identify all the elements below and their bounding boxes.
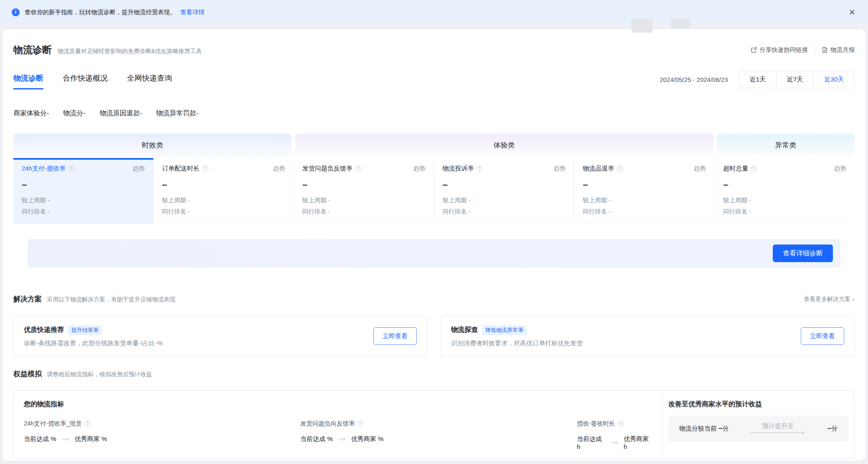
view-detailed-diagnosis-button[interactable]: 查看详细诊断 — [773, 245, 833, 262]
metric-peer-rank: 同行排名 - — [583, 208, 706, 216]
metric-prev-period: 较上周期 - — [22, 196, 145, 204]
tab-network-courier-query[interactable]: 全网快递查询 — [127, 73, 172, 89]
help-icon[interactable]: ? — [751, 166, 757, 172]
benefit-current-score: 物流分较当前 –分 — [679, 424, 729, 433]
metric-peer-rank: 同行排名 - — [22, 208, 145, 216]
indicator-current: 当前达成 % — [300, 435, 333, 443]
indicator-best: 优秀商家 % — [351, 435, 384, 443]
metric-value: – — [22, 179, 145, 190]
category-header-row: 时效类 体验类 异常类 — [13, 134, 855, 156]
page-subtitle: 物流质量对店铺经营影响的免费诊断&优化策略推荐工具 — [58, 48, 202, 55]
view-now-button[interactable]: 立即查看 — [373, 327, 417, 345]
score-summary-row: 商家体验分- 物流分- 物流原因退款- 物流异常罚款- — [13, 109, 855, 118]
metric-card-delivery-duration[interactable]: 订单配送时长 ? 趋势 – 较上周期 - 同行排名 - — [153, 158, 294, 224]
monthly-report-label: 物流月报 — [830, 46, 855, 54]
trend-link[interactable]: 趋势 — [133, 165, 145, 173]
metric-card-24h-pickup-rate[interactable]: 24h支付-揽收率 ? 趋势 – 较上周期 - 同行排名 - — [13, 158, 153, 224]
tabs: 物流诊断 合作快递概况 全网快递查询 — [13, 73, 191, 89]
share-courier-link[interactable]: 分享快递协同链接 — [751, 46, 808, 54]
banner-detail-link[interactable]: 查看详情 — [180, 8, 205, 16]
metric-card-shipping-negative-feedback[interactable]: 发货问题负反馈率 ? 趋势 – 较上周期 - 同行排名 - — [294, 158, 434, 224]
solution-tag: 提升结算率 — [68, 325, 102, 335]
solution-title: 物流探查 — [451, 326, 478, 334]
tab-logistics-diagnosis[interactable]: 物流诊断 — [13, 73, 43, 89]
indicator-label: 发货问题负向反馈率 — [300, 420, 355, 428]
category-experience: 体验类 — [295, 134, 713, 156]
range-30day-button[interactable]: 近30天 — [813, 71, 854, 88]
solution-desc: 诊断-条线路需改善，此部分线路发货单量-/占比-% — [24, 339, 163, 347]
trend-link[interactable]: 趋势 — [694, 165, 706, 173]
solutions-subtitle: 采用以下物流解决方案，有助于提升店铺物流表现 — [47, 296, 175, 303]
more-solutions-label: 查看更多解决方案 — [804, 296, 850, 303]
indicators-panel-title: 您的物流指标 — [24, 400, 652, 409]
metric-value: – — [723, 179, 846, 190]
help-icon[interactable]: ? — [84, 421, 91, 427]
metric-value: – — [162, 179, 285, 190]
solution-tag: 降低物流异常率 — [482, 325, 527, 335]
help-icon[interactable]: ? — [202, 166, 208, 172]
metric-peer-rank: 同行排名 - — [723, 208, 846, 216]
trend-link[interactable]: 趋势 — [413, 165, 425, 173]
solution-card-courier-recommend: 优质快递推荐 提升结算率 诊断-条线路需改善，此部分线路发货单量-/占比-% 立… — [13, 316, 427, 357]
solutions-title: 解决方案 — [13, 294, 42, 304]
monthly-report-link[interactable]: 物流月报 — [822, 46, 855, 54]
score-merchant-experience: 商家体验分- — [13, 109, 49, 118]
metric-label: 物流投诉率 — [442, 165, 474, 173]
help-icon[interactable]: ? — [618, 421, 624, 427]
metric-value: – — [442, 179, 566, 190]
score-logistics: 物流分- — [63, 109, 85, 118]
close-icon[interactable]: ✕ — [849, 8, 855, 16]
metric-peer-rank: 同行排名 - — [442, 208, 566, 216]
metric-label: 物流品退率 — [583, 165, 614, 173]
metric-card-overtime-total[interactable]: 超时总量 ? 趋势 – 较上周期 - 同行排名 - — [714, 158, 855, 224]
document-icon — [822, 47, 828, 53]
info-icon: i — [12, 8, 20, 16]
page-header: 物流诊断 物流质量对店铺经营影响的免费诊断&优化策略推荐工具 分享快递协同链接 … — [13, 43, 855, 56]
simulation-title: 权益模拟 — [13, 369, 42, 379]
main-panel: 物流诊断 物流质量对店铺经营影响的免费诊断&优化策略推荐工具 分享快递协同链接 … — [3, 29, 865, 461]
arrow-right-icon — [61, 437, 70, 441]
simulation-header: 权益模拟 调整相应物流指标，模拟改善后预计收益 — [13, 369, 855, 379]
date-range[interactable]: 2024/05/25 - 2024/06/23 — [660, 76, 728, 83]
help-icon[interactable]: ? — [358, 421, 364, 427]
benefit-expected-rise: 预计提升至 — [749, 422, 807, 435]
trend-link[interactable]: 趋势 — [834, 165, 846, 173]
logistics-diagnosis-page: i 查收你的新手指南，玩转物流诊断，提升物流经营表现。 查看详情 ✕ 物流诊断 … — [0, 0, 868, 464]
metric-card-logistics-return-rate[interactable]: 物流品退率 ? 趋势 – 较上周期 - 同行排名 - — [574, 158, 714, 224]
solution-card-logistics-probe: 物流探查 降低物流异常率 识别消费者时效要求，对高优订单打标优先发货 立即查看 — [441, 316, 855, 357]
metric-card-logistics-complaint-rate[interactable]: 物流投诉率 ? 趋势 – 较上周期 - 同行排名 - — [434, 158, 574, 224]
help-icon[interactable]: ? — [476, 166, 482, 172]
date-filter: 2024/05/25 - 2024/06/23 近1天 近7天 近30天 — [660, 71, 855, 92]
trend-link[interactable]: 趋势 — [553, 165, 566, 173]
trend-link[interactable]: 趋势 — [273, 165, 285, 173]
metric-prev-period: 较上周期 - — [442, 196, 566, 204]
metric-cards-row: 24h支付-揽收率 ? 趋势 – 较上周期 - 同行排名 - 订单配送时长 ? … — [13, 158, 855, 224]
benefit-title: 改善至优秀商家水平的预计收益 — [668, 400, 848, 409]
help-icon[interactable]: ? — [617, 166, 623, 172]
diagnosis-cta-panel: 查看详细诊断 — [28, 239, 840, 268]
arrow-right-icon — [610, 441, 619, 445]
help-icon[interactable]: ? — [68, 166, 74, 172]
share-courier-label: 分享快递协同链接 — [759, 46, 808, 54]
metric-peer-rank: 同行排名 - — [162, 208, 285, 216]
expected-benefit-section: 改善至优秀商家水平的预计收益 物流分较当前 –分 预计提升至 –分 — [662, 391, 854, 459]
range-7day-button[interactable]: 近7天 — [776, 71, 813, 88]
view-now-button[interactable]: 立即查看 — [801, 327, 844, 345]
indicator-current: 当前达成 % — [24, 435, 56, 443]
metric-prev-period: 较上周期 - — [723, 196, 846, 204]
more-solutions-link[interactable]: 查看更多解决方案 › — [804, 296, 855, 303]
help-icon[interactable]: ? — [355, 166, 361, 172]
metric-label: 24h支付-揽收率 — [22, 165, 66, 173]
long-arrow-icon — [749, 430, 807, 435]
date-segmented-control: 近1天 近7天 近30天 — [739, 71, 855, 88]
chevron-right-icon: › — [852, 296, 855, 303]
benefit-box: 物流分较当前 –分 预计提升至 –分 — [668, 416, 848, 441]
score-logistics-refund: 物流原因退款- — [100, 109, 142, 118]
page-title: 物流诊断 — [13, 43, 52, 56]
divider — [815, 47, 815, 54]
metric-label: 发货问题负反馈率 — [302, 165, 353, 173]
range-1day-button[interactable]: 近1天 — [739, 71, 776, 88]
metric-peer-rank: 同行排名 - — [302, 208, 426, 216]
indicator-best: 优秀商家 % — [75, 435, 107, 443]
tab-partner-courier-overview[interactable]: 合作快递概况 — [63, 73, 108, 89]
